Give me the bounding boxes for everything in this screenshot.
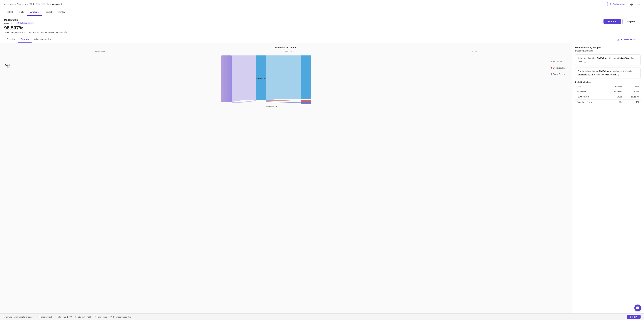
tab-build[interactable]: Build [16,8,27,16]
insights-subtitle: Most frequent label [575,50,640,52]
prediction-type-info: ⊕ 3+ category prediction [110,316,132,318]
leaderboard-link[interactable]: 📊 Model leaderboard ∧ [616,38,640,41]
insight2-bold1: No Failure [599,70,609,72]
columns-icon: ≡ [36,316,38,318]
breadcrumb-model[interactable]: New model 2023-10-24 3:55 PM [17,3,49,5]
total-label: Total [5,64,10,66]
add-version-button[interactable]: ⊕ Add version [607,2,627,6]
class-no-failure: No Failure [575,89,606,94]
chevron-up-icon: ∧ [638,38,640,41]
sub-tab-scoring[interactable]: Scoring [18,36,32,42]
accuracy-label: Accuracy [4,22,12,24]
sub-tab-overview[interactable]: Overview [4,36,18,42]
status-left: Model status Accuracy i Optimization met… [4,18,66,34]
sub-tabs: Overview Scoring Advanced metrics [4,36,54,42]
file-info: ⊞ canvas-sample-maintenance.csv [4,316,34,318]
chart-container: Total 201 [5,54,566,109]
insights-panel: Model accuracy insights Most frequent la… [572,43,644,320]
insight2-bold2: predicted 100% [578,73,593,76]
plus-icon: ⊕ [610,3,612,5]
target-info: ⊙ Failure Type [94,316,107,318]
right-label-overstrain: Overstrain Fai... [550,67,566,69]
chart-left-label: Total 201 [5,54,10,68]
tab-analyze[interactable]: Analyze [27,8,42,16]
right-label-power-failure: Power Failure [550,73,566,75]
insight2-info-icon[interactable]: i [618,74,620,76]
table-row: No Failure 98.492% 100% [575,89,640,94]
class-power-failure: Power Failure [575,94,606,99]
sankey-chart: No Failure Power Failure [12,54,548,109]
chart-area: Predicted vs. Actual All predictions Pre… [0,43,572,320]
individual-labels-title: Individual labels [575,81,640,83]
class-overstrain: Overstrain Failure [575,99,606,105]
rows-icon: ≡ [55,316,56,318]
accuracy-desc: The model predicts the correct Failure T… [4,31,66,34]
breadcrumb-root[interactable]: My models [4,3,14,5]
tabs-row: Select Build Analyze Predict Deploy [0,8,644,16]
recall-overstrain: 0% [623,99,640,105]
power-failure-dot [550,73,552,75]
svg-rect-3 [301,100,311,102]
status-title: Model status [4,18,66,21]
chart-label-predicted: Predicted [285,50,293,52]
rows-info: ≡ Total rows: 1,000 [55,316,72,318]
precision-overstrain: 0% [606,99,623,105]
cells-icon: ⊞ [75,316,76,318]
chart-label-actual: Actual [472,50,477,52]
history-button[interactable]: ◕ [630,1,634,7]
right-label-no-failure: No Failure [550,61,566,63]
col-precision: Precision [606,85,623,89]
chart-label-all: All predictions [94,50,106,52]
recall-power-failure: 66.667% [623,94,640,99]
insight1-info-icon[interactable]: i [584,61,586,63]
bottom-bar: ⊞ canvas-sample-maintenance.csv ≡ Total … [0,314,644,320]
insight-box-1: If the model predicts No Failure , it is… [575,54,640,65]
no-failure-dot [550,61,552,62]
tab-predict[interactable]: Predict [42,8,55,16]
svg-rect-4 [301,102,311,104]
deploy-button[interactable]: Deploy [622,18,640,24]
chat-button[interactable] [634,305,641,312]
sub-tab-advanced[interactable]: Advanced metrics [32,36,54,42]
content-split: Predicted vs. Actual All predictions Pre… [0,43,644,320]
svg-rect-0 [222,55,232,102]
file-icon: ⊞ [4,316,5,318]
total-num: 201 [7,66,10,68]
tab-deploy[interactable]: Deploy [55,8,68,16]
cells-info: ⊞ Total cells: 9,000 [75,316,91,318]
insight1-bold1: No Failure [597,57,607,59]
top-actions: ⊕ Add version ◕ ⋯ [607,1,640,7]
insight-box-2: For the values that are No Failure in th… [575,67,640,78]
precision-no-failure: 98.492% [606,89,623,94]
more-options-button[interactable]: ⋯ [636,1,640,7]
insight2-bold3: No Failure. [606,73,617,76]
tab-select[interactable]: Select [4,8,16,16]
accuracy-info-icon[interactable]: i [13,22,15,24]
columns-info: ≡ Total columns: 9 [36,316,52,318]
chat-icon [636,306,640,310]
insights-title: Model accuracy insights [575,46,640,49]
accuracy-value: 98.507% [4,25,66,31]
model-status: Model status Accuracy i Optimization met… [0,16,644,36]
chart-right-labels: No Failure Overstrain Fai... Power Failu… [550,54,566,75]
main-content: Model status Accuracy i Optimization met… [0,16,644,320]
status-actions: Predict Deploy [604,18,640,24]
status-header: Model status Accuracy i Optimization met… [4,18,640,34]
chart-labels-row: All predictions Predicted Actual [5,50,566,52]
col-recall: Recall [623,85,640,89]
overstrain-dot [550,67,552,68]
predict-button[interactable]: Predict [604,19,621,24]
svg-text:No Failure: No Failure [256,77,266,80]
sub-tabs-row: Overview Scoring Advanced metrics 📊 Mode… [0,36,644,43]
file-name: canvas-sample-maintenance.csv [6,316,34,318]
table-row: Overstrain Failure 0% 0% [575,99,640,105]
desc-info-icon[interactable]: i [64,31,66,34]
target-icon: ⊙ [94,316,96,318]
precision-power-failure: 100% [606,94,623,99]
top-bar: My models / New model 2023-10-24 3:55 PM… [0,0,644,8]
col-class: Class [575,85,606,89]
prediction-icon: ⊕ [110,316,112,318]
bottom-predict-button[interactable]: Predict [626,315,640,319]
table-row: Power Failure 100% 66.667% [575,94,640,99]
labels-table: Class Precision Recall No Failure 98.492… [575,85,640,105]
